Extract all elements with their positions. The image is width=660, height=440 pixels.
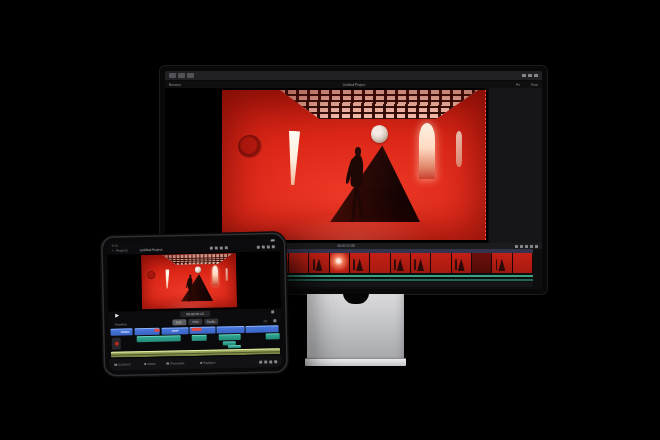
film-frame-plain[interactable] xyxy=(370,253,390,273)
tab-label: Audio xyxy=(207,320,216,323)
zoom-in-icon[interactable] xyxy=(269,360,272,363)
ipad-timecode: 00:00:04:12 xyxy=(186,312,204,316)
film-frame-figure[interactable] xyxy=(391,253,411,273)
fullscreen-icon[interactable] xyxy=(271,310,274,313)
connected-clip[interactable] xyxy=(192,335,207,341)
edit-button-label: Overwrite xyxy=(170,362,184,366)
monitor-tl-right xyxy=(515,245,538,248)
import-icon[interactable] xyxy=(257,246,260,249)
back-button[interactable]: Projects xyxy=(116,248,128,252)
vignette xyxy=(222,90,486,240)
settings-icon[interactable] xyxy=(530,245,533,248)
ipad-appbar-center xyxy=(210,246,228,249)
project-title: Untitled Project xyxy=(337,83,370,86)
clip-label xyxy=(171,330,178,332)
vignette xyxy=(141,253,237,309)
ipad-viewer-video[interactable] xyxy=(141,253,237,310)
tab-edit[interactable]: Edit xyxy=(172,319,186,325)
media-icon[interactable] xyxy=(220,246,223,249)
options-icon[interactable] xyxy=(273,319,276,322)
film-frame-plain[interactable] xyxy=(289,253,309,273)
tab-trim[interactable]: Trim xyxy=(188,319,202,325)
inspector-panel xyxy=(488,88,542,243)
ipad-bottom-bar: ConnectInsertOverwriteReplace xyxy=(109,354,282,371)
share-icon[interactable] xyxy=(522,74,526,77)
connect-icon xyxy=(114,363,117,366)
browser-label[interactable]: Browser xyxy=(169,83,181,86)
fullscreen-icon[interactable] xyxy=(535,245,538,248)
ipad-timeline xyxy=(108,324,282,358)
more-icon[interactable] xyxy=(534,74,538,77)
film-frame-figure[interactable] xyxy=(411,253,431,273)
timeline-timecode: 00:00:12:08 xyxy=(337,244,354,247)
play-button[interactable] xyxy=(115,314,119,318)
edit-button-label: Connect xyxy=(118,363,130,367)
storyline-clip[interactable] xyxy=(217,326,245,334)
toolbar-left-buttons xyxy=(169,73,194,78)
film-frame-figure[interactable] xyxy=(492,253,512,273)
storyline-clip[interactable] xyxy=(246,325,279,333)
viewer-zoom-menu[interactable]: Fit xyxy=(516,83,520,86)
insert-button[interactable]: Insert xyxy=(144,361,163,367)
selection-dashed-edge xyxy=(485,90,486,240)
film-frame-plain[interactable] xyxy=(431,253,451,273)
appearance-icon[interactable] xyxy=(520,245,523,248)
monitor-toolbar-right xyxy=(522,74,538,77)
battery-icon xyxy=(271,239,275,241)
redo-icon[interactable] xyxy=(215,247,218,250)
ipad-bottom-right xyxy=(259,360,277,363)
replace-button[interactable]: Replace xyxy=(200,359,226,366)
more-icon[interactable] xyxy=(272,245,275,248)
ipad-toolrow-right xyxy=(273,319,276,322)
film-frame-figure[interactable] xyxy=(452,253,472,273)
film-frame-plain[interactable] xyxy=(513,253,533,273)
edit-button-label: Replace xyxy=(203,361,215,365)
ipad: 9:41 ‹ Projects Untitled Project xyxy=(103,234,287,375)
stand-foot xyxy=(305,358,406,366)
stand-notch xyxy=(343,293,369,304)
inspector-toggle[interactable] xyxy=(178,73,185,78)
ipad-appbar-right xyxy=(257,245,275,248)
connected-clip[interactable] xyxy=(266,333,280,339)
clip-label xyxy=(121,331,129,333)
fullscreen-icon[interactable] xyxy=(274,360,277,363)
browser-toggle[interactable] xyxy=(169,73,176,78)
export-icon[interactable] xyxy=(262,246,265,249)
viewer-area xyxy=(165,88,542,243)
fcp-toolbar xyxy=(165,71,542,81)
zoom-out-icon[interactable] xyxy=(264,360,267,363)
tab-audio[interactable]: Audio xyxy=(204,319,218,325)
display-icon[interactable] xyxy=(528,74,532,77)
overwrite-button[interactable]: Overwrite xyxy=(167,360,196,367)
timeline-label: Timeline xyxy=(114,323,126,327)
connect-button[interactable]: Connect xyxy=(114,361,140,368)
titles-icon[interactable] xyxy=(225,246,228,249)
tab-label: Edit xyxy=(176,320,182,323)
viewer-view-menu[interactable]: View xyxy=(531,83,538,86)
film-frame-dark[interactable] xyxy=(472,253,492,273)
film-frame-figure[interactable] xyxy=(350,253,370,273)
connected-clip[interactable] xyxy=(219,334,241,340)
viewer-video[interactable] xyxy=(222,90,486,240)
stage: Browser Untitled Project Fit View xyxy=(0,0,660,440)
edit-button-label: Insert xyxy=(148,362,156,365)
connected-clip[interactable] xyxy=(227,345,241,349)
ipad-timecode-pill: 00:00:04:12 xyxy=(180,311,210,318)
undo-icon[interactable] xyxy=(210,247,213,250)
viewer-info-row: Browser Untitled Project Fit View xyxy=(165,81,542,88)
red-room-scene-small xyxy=(141,253,237,309)
overwrite-icon xyxy=(167,362,170,365)
timeline-marker[interactable] xyxy=(192,327,202,331)
help-icon[interactable] xyxy=(267,245,270,248)
zoom-icon[interactable] xyxy=(525,245,528,248)
ipad-viewer xyxy=(107,251,281,312)
connected-clip[interactable] xyxy=(137,335,181,342)
timeline-toggle[interactable] xyxy=(187,73,194,78)
snap-icon[interactable] xyxy=(515,245,518,248)
back-chevron-icon[interactable]: ‹ xyxy=(112,248,113,252)
magnet-icon[interactable] xyxy=(259,360,262,363)
fit-menu[interactable]: Fit xyxy=(264,320,268,323)
timeline-marker[interactable] xyxy=(154,328,159,332)
film-frame-figure[interactable] xyxy=(309,253,329,273)
film-frame-flare-small[interactable] xyxy=(330,253,350,273)
